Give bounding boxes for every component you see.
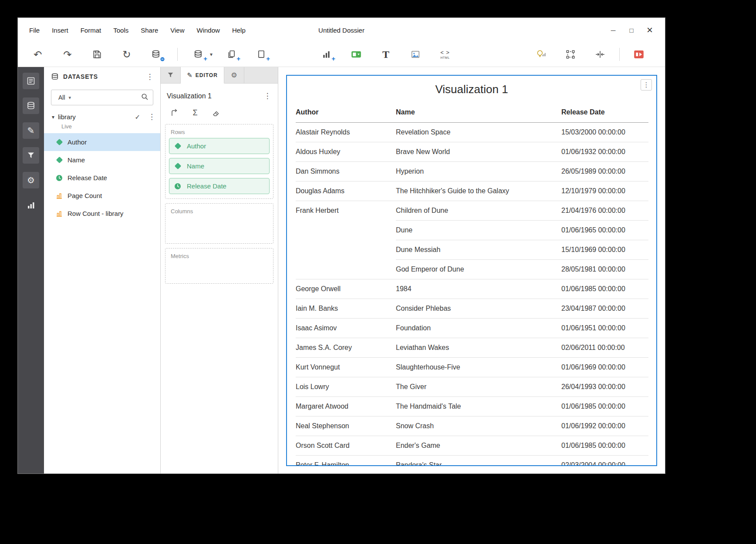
field-name[interactable]: Name — [44, 151, 160, 169]
name-cell[interactable]: God Emperor of Dune — [396, 259, 561, 279]
add-data-chevron-icon[interactable]: ▾ — [210, 51, 213, 57]
author-cell[interactable]: Lois Lowry — [296, 377, 396, 396]
save-button[interactable] — [88, 46, 106, 63]
field-row-count[interactable]: Row Count - library — [44, 205, 160, 222]
release-date-cell[interactable]: 23/04/1987 00:00:00 — [561, 299, 648, 318]
metrics-drop-zone[interactable]: Metrics — [165, 248, 273, 284]
fit-contents-button[interactable] — [591, 46, 609, 63]
author-cell[interactable]: James S.A. Corey — [296, 338, 396, 357]
author-cell[interactable]: Dan Simmons — [296, 161, 396, 181]
insert-filter-panel-button[interactable] — [348, 46, 365, 63]
settings-panel-button[interactable]: ⚙ — [23, 172, 39, 188]
release-date-cell[interactable]: 12/10/1979 00:00:00 — [561, 181, 648, 201]
tab-filter[interactable] — [161, 67, 181, 83]
chip-release-date[interactable]: Release Date — [169, 178, 270, 194]
release-date-cell[interactable]: 01/06/1985 00:00:00 — [561, 396, 648, 416]
totals-button[interactable]: Σ — [189, 107, 202, 118]
release-date-cell[interactable]: 01/06/1932 00:00:00 — [561, 142, 648, 161]
menu-tools[interactable]: Tools — [107, 27, 135, 34]
edit-panel-button[interactable]: ✎ — [23, 122, 39, 139]
chip-name[interactable]: Name — [169, 158, 270, 174]
insert-image-button[interactable] — [407, 46, 424, 63]
insights-button[interactable] — [532, 46, 550, 63]
maximize-button[interactable]: □ — [622, 21, 641, 39]
column-header-author[interactable]: Author — [296, 102, 396, 122]
author-cell[interactable]: Alastair Reynolds — [296, 122, 396, 142]
name-cell[interactable]: 1984 — [396, 279, 561, 299]
column-header-name[interactable]: Name — [396, 102, 561, 122]
visualization-container[interactable]: ⋮ Visualization 1 Author Name Release Da… — [286, 75, 657, 466]
menu-window[interactable]: Window — [191, 27, 226, 34]
author-cell[interactable]: George Orwell — [296, 279, 396, 299]
author-cell[interactable]: Douglas Adams — [296, 181, 396, 201]
swap-axes-button[interactable] — [168, 107, 181, 118]
name-cell[interactable]: Slaughterhouse-Five — [396, 357, 561, 377]
insert-text-button[interactable]: T — [377, 46, 395, 63]
release-date-cell[interactable]: 26/04/1993 00:00:00 — [561, 377, 648, 396]
add-page-button[interactable]: + — [253, 46, 270, 63]
datasets-menu-button[interactable]: ⋮ — [145, 72, 154, 81]
columns-drop-zone[interactable]: Columns — [165, 203, 273, 244]
name-cell[interactable]: The Giver — [396, 377, 561, 396]
release-date-cell[interactable]: 15/03/2000 00:00:00 — [561, 122, 648, 142]
menu-format[interactable]: Format — [74, 27, 108, 34]
author-cell[interactable]: Frank Herbert — [296, 201, 396, 279]
field-author[interactable]: Author — [44, 133, 160, 151]
menu-insert[interactable]: Insert — [46, 27, 74, 34]
viz-editor-menu-button[interactable]: ⋮ — [263, 91, 272, 101]
datasets-panel-button[interactable] — [23, 97, 39, 114]
author-cell[interactable]: Peter F. Hamilton — [296, 455, 396, 466]
field-page-count[interactable]: Page Count — [44, 187, 160, 205]
redo-button[interactable]: ↷ — [59, 46, 76, 63]
insert-visualization-button[interactable]: + — [318, 46, 335, 63]
contents-panel-button[interactable] — [23, 73, 39, 89]
undo-button[interactable]: ↶ — [29, 46, 47, 63]
visualization-gallery-button[interactable] — [23, 197, 39, 213]
release-date-cell[interactable]: 02/03/2004 00:00:00 — [561, 455, 648, 466]
name-cell[interactable]: Pandora's Star — [396, 455, 561, 466]
dataset-menu-button[interactable]: ⋮ — [148, 112, 154, 121]
tab-editor[interactable]: ✎ EDITOR — [181, 67, 224, 84]
name-cell[interactable]: Dune Messiah — [396, 240, 561, 259]
name-cell[interactable]: Foundation — [396, 318, 561, 338]
column-header-release-date[interactable]: Release Date — [561, 102, 648, 122]
selection-frame-button[interactable] — [562, 46, 579, 63]
name-cell[interactable]: Hyperion — [396, 161, 561, 181]
clear-button[interactable] — [209, 107, 223, 118]
menu-help[interactable]: Help — [226, 27, 252, 34]
chip-author[interactable]: Author — [169, 138, 270, 154]
name-cell[interactable]: The Hitchhiker's Guide to the Galaxy — [396, 181, 561, 201]
name-cell[interactable]: Brave New World — [396, 142, 561, 161]
field-release-date[interactable]: Release Date — [44, 169, 160, 187]
name-cell[interactable]: Revelation Space — [396, 122, 561, 142]
name-cell[interactable]: Snow Crash — [396, 416, 561, 436]
author-cell[interactable]: Orson Scott Card — [296, 436, 396, 455]
close-button[interactable]: × — [641, 21, 659, 39]
name-cell[interactable]: Children of Dune — [396, 201, 561, 220]
dataset-search-box[interactable]: All ▾ — [51, 90, 153, 105]
name-cell[interactable]: The Handmaid's Tale — [396, 396, 561, 416]
release-date-cell[interactable]: 01/06/1985 00:00:00 — [561, 279, 648, 299]
name-cell[interactable]: Consider Phlebas — [396, 299, 561, 318]
name-cell[interactable]: Dune — [396, 220, 561, 240]
filter-panel-button[interactable] — [23, 147, 39, 164]
present-button[interactable] — [630, 46, 648, 63]
author-cell[interactable]: Neal Stephenson — [296, 416, 396, 436]
duplicate-page-button[interactable]: + — [223, 46, 240, 63]
release-date-cell[interactable]: 01/06/1965 00:00:00 — [561, 220, 648, 240]
dataset-tree-item[interactable]: ▾ library ✓ ⋮ — [44, 110, 160, 121]
release-date-cell[interactable]: 01/06/1969 00:00:00 — [561, 357, 648, 377]
author-cell[interactable]: Iain M. Banks — [296, 299, 396, 318]
author-cell[interactable]: Margaret Atwood — [296, 396, 396, 416]
tab-format[interactable]: ⚙ — [224, 67, 244, 83]
rows-drop-zone[interactable]: Rows Author Name Release — [165, 124, 273, 199]
release-date-cell[interactable]: 01/06/1992 00:00:00 — [561, 416, 648, 436]
author-cell[interactable]: Kurt Vonnegut — [296, 357, 396, 377]
add-data-button[interactable]: + — [190, 46, 207, 63]
menu-file[interactable]: File — [23, 27, 46, 34]
viz-menu-button[interactable]: ⋮ — [641, 79, 652, 91]
release-date-cell[interactable]: 26/05/1989 00:00:00 — [561, 161, 648, 181]
author-cell[interactable]: Aldous Huxley — [296, 142, 396, 161]
menu-share[interactable]: Share — [135, 27, 164, 34]
search-icon[interactable] — [141, 93, 148, 102]
